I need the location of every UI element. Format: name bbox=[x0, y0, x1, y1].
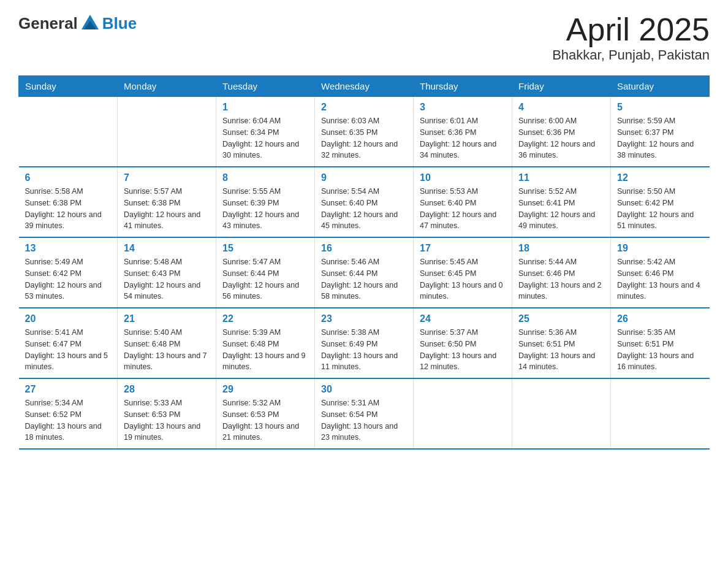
calendar-cell: 7Sunrise: 5:57 AMSunset: 6:38 PMDaylight… bbox=[118, 167, 216, 237]
header-day-thursday: Thursday bbox=[414, 76, 512, 97]
day-info: Sunrise: 5:33 AMSunset: 6:53 PMDaylight:… bbox=[124, 397, 210, 443]
day-number: 2 bbox=[321, 102, 407, 113]
calendar-cell: 14Sunrise: 5:48 AMSunset: 6:43 PMDayligh… bbox=[118, 237, 216, 308]
calendar-cell: 2Sunrise: 6:03 AMSunset: 6:35 PMDaylight… bbox=[315, 97, 414, 167]
day-number: 28 bbox=[124, 384, 210, 395]
day-number: 1 bbox=[222, 102, 308, 113]
day-info: Sunrise: 5:55 AMSunset: 6:39 PMDaylight:… bbox=[222, 186, 308, 232]
calendar-cell: 16Sunrise: 5:46 AMSunset: 6:44 PMDayligh… bbox=[315, 237, 414, 308]
calendar-cell: 11Sunrise: 5:52 AMSunset: 6:41 PMDayligh… bbox=[512, 167, 611, 237]
day-number: 8 bbox=[222, 172, 308, 183]
day-number: 27 bbox=[25, 384, 112, 395]
calendar-week-2: 6Sunrise: 5:58 AMSunset: 6:38 PMDaylight… bbox=[19, 167, 710, 237]
calendar-cell: 23Sunrise: 5:38 AMSunset: 6:49 PMDayligh… bbox=[315, 308, 414, 378]
calendar-cell bbox=[19, 97, 118, 167]
calendar-cell: 3Sunrise: 6:01 AMSunset: 6:36 PMDaylight… bbox=[414, 97, 512, 167]
logo-icon bbox=[79, 12, 101, 34]
calendar-cell bbox=[414, 378, 512, 449]
day-number: 4 bbox=[518, 102, 604, 113]
calendar-cell: 29Sunrise: 5:32 AMSunset: 6:53 PMDayligh… bbox=[216, 378, 315, 449]
calendar-week-4: 20Sunrise: 5:41 AMSunset: 6:47 PMDayligh… bbox=[19, 308, 710, 378]
day-number: 10 bbox=[420, 172, 506, 183]
calendar-cell bbox=[118, 97, 216, 167]
day-number: 16 bbox=[321, 243, 407, 254]
calendar-week-1: 1Sunrise: 6:04 AMSunset: 6:34 PMDaylight… bbox=[19, 97, 710, 167]
calendar-cell: 8Sunrise: 5:55 AMSunset: 6:39 PMDaylight… bbox=[216, 167, 315, 237]
day-info: Sunrise: 5:36 AMSunset: 6:51 PMDaylight:… bbox=[518, 327, 604, 373]
calendar-cell: 15Sunrise: 5:47 AMSunset: 6:44 PMDayligh… bbox=[216, 237, 315, 308]
calendar-cell: 21Sunrise: 5:40 AMSunset: 6:48 PMDayligh… bbox=[118, 308, 216, 378]
calendar-table: SundayMondayTuesdayWednesdayThursdayFrid… bbox=[18, 75, 710, 450]
day-number: 11 bbox=[518, 172, 604, 183]
day-info: Sunrise: 5:41 AMSunset: 6:47 PMDaylight:… bbox=[25, 327, 112, 373]
day-info: Sunrise: 6:03 AMSunset: 6:35 PMDaylight:… bbox=[321, 115, 407, 161]
day-number: 30 bbox=[321, 384, 407, 395]
day-number: 5 bbox=[617, 102, 703, 113]
calendar-title: April 2025 bbox=[552, 12, 710, 47]
calendar-cell: 6Sunrise: 5:58 AMSunset: 6:38 PMDaylight… bbox=[19, 167, 118, 237]
calendar-cell bbox=[611, 378, 710, 449]
day-info: Sunrise: 5:58 AMSunset: 6:38 PMDaylight:… bbox=[25, 186, 112, 232]
day-number: 20 bbox=[25, 313, 112, 324]
calendar-cell: 19Sunrise: 5:42 AMSunset: 6:46 PMDayligh… bbox=[611, 237, 710, 308]
calendar-cell: 26Sunrise: 5:35 AMSunset: 6:51 PMDayligh… bbox=[611, 308, 710, 378]
day-number: 29 bbox=[222, 384, 308, 395]
day-number: 15 bbox=[222, 243, 308, 254]
calendar-cell: 27Sunrise: 5:34 AMSunset: 6:52 PMDayligh… bbox=[19, 378, 118, 449]
calendar-cell: 30Sunrise: 5:31 AMSunset: 6:54 PMDayligh… bbox=[315, 378, 414, 449]
day-info: Sunrise: 5:45 AMSunset: 6:45 PMDaylight:… bbox=[420, 256, 506, 302]
header-day-sunday: Sunday bbox=[19, 76, 118, 97]
day-number: 17 bbox=[420, 243, 506, 254]
day-number: 12 bbox=[617, 172, 703, 183]
day-info: Sunrise: 5:50 AMSunset: 6:42 PMDaylight:… bbox=[617, 186, 703, 232]
day-info: Sunrise: 5:40 AMSunset: 6:48 PMDaylight:… bbox=[124, 327, 210, 373]
calendar-cell: 18Sunrise: 5:44 AMSunset: 6:46 PMDayligh… bbox=[512, 237, 611, 308]
calendar-cell: 5Sunrise: 5:59 AMSunset: 6:37 PMDaylight… bbox=[611, 97, 710, 167]
day-info: Sunrise: 5:44 AMSunset: 6:46 PMDaylight:… bbox=[518, 256, 604, 302]
day-number: 9 bbox=[321, 172, 407, 183]
day-number: 21 bbox=[124, 313, 210, 324]
calendar-header: SundayMondayTuesdayWednesdayThursdayFrid… bbox=[19, 76, 710, 97]
header-day-wednesday: Wednesday bbox=[315, 76, 414, 97]
calendar-cell: 12Sunrise: 5:50 AMSunset: 6:42 PMDayligh… bbox=[611, 167, 710, 237]
calendar-body: 1Sunrise: 6:04 AMSunset: 6:34 PMDaylight… bbox=[19, 97, 710, 450]
day-info: Sunrise: 5:52 AMSunset: 6:41 PMDaylight:… bbox=[518, 186, 604, 232]
day-number: 24 bbox=[420, 313, 506, 324]
calendar-cell: 20Sunrise: 5:41 AMSunset: 6:47 PMDayligh… bbox=[19, 308, 118, 378]
day-info: Sunrise: 5:54 AMSunset: 6:40 PMDaylight:… bbox=[321, 186, 407, 232]
day-number: 22 bbox=[222, 313, 308, 324]
header-row: SundayMondayTuesdayWednesdayThursdayFrid… bbox=[19, 76, 710, 97]
header-day-friday: Friday bbox=[512, 76, 611, 97]
calendar-cell: 4Sunrise: 6:00 AMSunset: 6:36 PMDaylight… bbox=[512, 97, 611, 167]
calendar-cell: 1Sunrise: 6:04 AMSunset: 6:34 PMDaylight… bbox=[216, 97, 315, 167]
calendar-cell: 22Sunrise: 5:39 AMSunset: 6:48 PMDayligh… bbox=[216, 308, 315, 378]
calendar-cell: 10Sunrise: 5:53 AMSunset: 6:40 PMDayligh… bbox=[414, 167, 512, 237]
calendar-cell: 17Sunrise: 5:45 AMSunset: 6:45 PMDayligh… bbox=[414, 237, 512, 308]
title-block: April 2025 Bhakkar, Punjab, Pakistan bbox=[552, 12, 710, 63]
header-day-saturday: Saturday bbox=[611, 76, 710, 97]
day-info: Sunrise: 5:39 AMSunset: 6:48 PMDaylight:… bbox=[222, 327, 308, 373]
day-number: 19 bbox=[617, 243, 703, 254]
day-info: Sunrise: 5:35 AMSunset: 6:51 PMDaylight:… bbox=[617, 327, 703, 373]
day-number: 3 bbox=[420, 102, 506, 113]
page-header: General Blue April 2025 Bhakkar, Punjab,… bbox=[18, 12, 710, 63]
day-number: 25 bbox=[518, 313, 604, 324]
logo: General Blue bbox=[18, 12, 137, 34]
day-info: Sunrise: 5:46 AMSunset: 6:44 PMDaylight:… bbox=[321, 256, 407, 302]
day-info: Sunrise: 5:48 AMSunset: 6:43 PMDaylight:… bbox=[124, 256, 210, 302]
day-info: Sunrise: 5:37 AMSunset: 6:50 PMDaylight:… bbox=[420, 327, 506, 373]
day-number: 18 bbox=[518, 243, 604, 254]
day-number: 26 bbox=[617, 313, 703, 324]
header-day-tuesday: Tuesday bbox=[216, 76, 315, 97]
calendar-cell: 24Sunrise: 5:37 AMSunset: 6:50 PMDayligh… bbox=[414, 308, 512, 378]
day-number: 6 bbox=[25, 172, 112, 183]
day-info: Sunrise: 5:34 AMSunset: 6:52 PMDaylight:… bbox=[25, 397, 112, 443]
day-info: Sunrise: 5:57 AMSunset: 6:38 PMDaylight:… bbox=[124, 186, 210, 232]
day-info: Sunrise: 5:47 AMSunset: 6:44 PMDaylight:… bbox=[222, 256, 308, 302]
calendar-cell bbox=[512, 378, 611, 449]
day-info: Sunrise: 5:38 AMSunset: 6:49 PMDaylight:… bbox=[321, 327, 407, 373]
day-number: 23 bbox=[321, 313, 407, 324]
day-number: 7 bbox=[124, 172, 210, 183]
day-info: Sunrise: 6:01 AMSunset: 6:36 PMDaylight:… bbox=[420, 115, 506, 161]
day-info: Sunrise: 5:31 AMSunset: 6:54 PMDaylight:… bbox=[321, 397, 407, 443]
